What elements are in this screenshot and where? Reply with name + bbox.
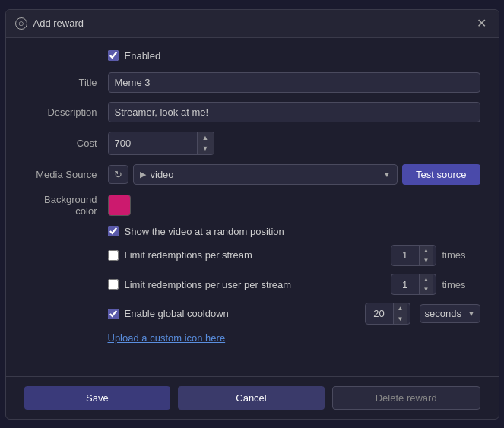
limit-per-stream-input[interactable] [391,246,419,264]
limit-per-user-row: Limit redemptions per user per stream ▲ … [24,274,480,295]
limit-per-user-unit: times [442,279,480,290]
cooldown-input[interactable] [366,305,393,322]
media-source-row: Media Source ↻ ▶ video ▼ Test source [24,164,480,185]
limit-per-stream-unit: times [442,249,480,261]
cost-field-label: Cost [24,138,108,149]
play-icon: ▶ [140,170,146,179]
source-name: video [151,169,379,180]
source-dropdown-arrow: ▼ [383,170,391,179]
cost-row: Cost ▲ ▼ [24,132,480,155]
save-button[interactable]: Save [24,386,171,410]
dialog-icon: ⊙ [15,17,27,30]
cooldown-spinner: ▲ ▼ [365,303,410,324]
media-source-label: Media Source [24,169,108,180]
dialog-footer: Save Cancel Delete reward [6,376,499,419]
cooldown-checkbox[interactable] [108,309,119,319]
title-bar: ⊙ Add reward ✕ [6,10,499,38]
cost-spinner-buttons: ▲ ▼ [197,132,214,154]
dialog-title: Add reward [33,17,84,29]
cost-decrement-button[interactable]: ▼ [198,143,214,154]
limit-per-stream-label: Limit redemptions per stream [125,249,385,261]
refresh-source-button[interactable]: ↻ [108,165,128,184]
limit-per-user-increment[interactable]: ▲ [420,274,433,284]
show-random-row: Show the video at a random position [24,226,480,237]
limit-per-user-label: Limit redemptions per user per stream [125,279,385,290]
show-random-label: Show the video at a random position [125,226,284,237]
cost-spinner: ▲ ▼ [108,132,214,155]
title-bar-left: ⊙ Add reward [15,17,84,30]
limit-per-stream-row: Limit redemptions per stream ▲ ▼ times [24,245,480,266]
title-field-label: Title [24,77,108,88]
source-select[interactable]: ▶ video ▼ [133,164,398,185]
cooldown-row: Enable global cooldown ▲ ▼ seconds ▼ [24,303,480,324]
enabled-label: Enabled [125,50,161,62]
limit-per-stream-decrement[interactable]: ▼ [420,255,433,265]
cooldown-decrement[interactable]: ▼ [394,314,407,324]
dialog-content: Enabled Title Description Cost ▲ ▼ Me [6,38,499,376]
limit-per-stream-spinner: ▲ ▼ [391,245,436,266]
limit-per-stream-checkbox[interactable] [108,250,119,261]
enabled-row: Enabled [24,50,480,62]
description-row: Description [24,102,480,122]
show-random-checkbox[interactable] [108,226,119,236]
limit-per-user-input[interactable] [391,276,419,293]
close-button[interactable]: ✕ [474,16,490,31]
cooldown-unit-label: seconds [425,308,465,319]
limit-per-stream-increment[interactable]: ▲ [420,246,433,255]
enabled-checkbox[interactable] [108,50,119,61]
title-row: Title [24,72,480,93]
media-source-controls: ↻ ▶ video ▼ Test source [108,164,480,185]
cost-increment-button[interactable]: ▲ [198,132,214,144]
cooldown-unit-arrow: ▼ [468,310,475,318]
cooldown-unit-select[interactable]: seconds ▼ [420,304,480,323]
cooldown-label: Enable global cooldown [125,308,359,319]
description-field-label: Description [24,106,108,118]
add-reward-dialog: ⊙ Add reward ✕ Enabled Title Description… [5,9,499,420]
title-input[interactable] [108,72,480,93]
background-color-row: Background color [24,194,480,217]
background-color-label: Background color [24,194,108,217]
test-source-button[interactable]: Test source [402,164,480,185]
cooldown-spinner-buttons: ▲ ▼ [393,303,407,323]
cancel-button[interactable]: Cancel [178,386,325,410]
limit-per-user-decrement[interactable]: ▼ [420,284,433,294]
limit-per-user-checkbox[interactable] [108,279,119,290]
description-input[interactable] [108,102,480,122]
delete-reward-button[interactable]: Delete reward [332,386,480,410]
background-color-swatch[interactable] [108,195,131,216]
cost-input[interactable] [109,134,197,153]
limit-per-user-spinner-buttons: ▲ ▼ [419,274,433,294]
cooldown-increment[interactable]: ▲ [394,303,407,313]
limit-per-user-spinner: ▲ ▼ [391,274,436,295]
upload-icon-link[interactable]: Upload a custom icon here [24,332,480,344]
limit-per-stream-spinner-buttons: ▲ ▼ [419,246,433,265]
